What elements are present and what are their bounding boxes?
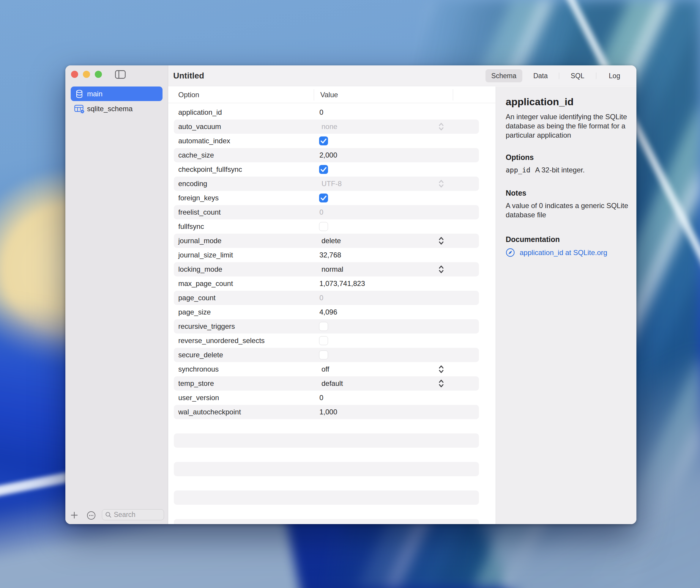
value-text[interactable]: 32,768 xyxy=(319,248,341,262)
tab-sql[interactable]: SQL xyxy=(559,69,596,82)
option-label: wal_autocheckpoint xyxy=(178,405,241,419)
notes-heading: Notes xyxy=(506,188,629,197)
option-label: page_count xyxy=(178,291,215,305)
documentation-link[interactable]: application_id at SQLite.org xyxy=(520,248,607,257)
inspector-description: An integer value identifying the SQLite … xyxy=(506,112,629,140)
documentation-heading: Documentation xyxy=(506,235,629,244)
stepper-icon[interactable] xyxy=(438,365,444,374)
option-definition: A 32-bit integer. xyxy=(535,166,585,174)
option-label: secure_delete xyxy=(178,348,223,362)
sidebar-item-label: sqlite_schema xyxy=(87,105,133,113)
column-divider xyxy=(453,89,453,100)
table-gear-icon xyxy=(74,104,84,113)
value-select[interactable]: normal xyxy=(321,262,343,276)
toolbar: Untitled SchemaDataSQLLog xyxy=(168,65,636,86)
value-select[interactable]: off xyxy=(321,362,329,376)
search-icon xyxy=(105,512,112,518)
search-input[interactable]: Search xyxy=(102,509,164,520)
value-text[interactable]: 4,096 xyxy=(319,305,337,319)
value-select[interactable]: delete xyxy=(321,234,341,248)
tab-data[interactable]: Data xyxy=(522,69,559,82)
documentation-link-row: application_id at SQLite.org xyxy=(506,248,629,257)
table-row-empty xyxy=(174,505,479,519)
zoom-button[interactable] xyxy=(95,71,102,78)
option-label: application_id xyxy=(178,105,222,119)
option-label: freelist_count xyxy=(178,205,221,219)
table-row-cache_size: cache_size2,000 xyxy=(174,148,479,162)
sidebar-bottom-bar: Search xyxy=(65,505,168,524)
table-row-foreign_keys: foreign_keys xyxy=(174,191,479,205)
option-label: cache_size xyxy=(178,148,214,162)
option-label: journal_size_limit xyxy=(178,248,233,262)
safari-compass-icon xyxy=(506,248,515,257)
table-row-freelist_count: freelist_count0 xyxy=(174,205,479,219)
option-label: journal_mode xyxy=(178,234,221,248)
table-row-page_size: page_size4,096 xyxy=(174,305,479,319)
value-text[interactable]: 0 xyxy=(319,391,323,405)
view-tabs: SchemaDataSQLLog xyxy=(485,69,633,82)
option-label: fullfsync xyxy=(178,219,204,234)
sidebar-item-label: main xyxy=(87,90,103,98)
stepper-icon xyxy=(438,122,444,131)
table-row-empty xyxy=(174,419,479,434)
value-text[interactable]: 2,000 xyxy=(319,148,337,162)
table-row-empty xyxy=(174,462,479,476)
table-row-wal_autocheckpoint: wal_autocheckpoint1,000 xyxy=(174,405,479,419)
database-icon xyxy=(74,89,84,98)
sidebar-list: main sqlite_schema xyxy=(65,86,168,116)
checkbox-checked[interactable] xyxy=(319,193,328,202)
search-placeholder: Search xyxy=(114,511,135,519)
option-label: foreign_keys xyxy=(178,191,219,205)
stepper-icon[interactable] xyxy=(438,236,444,245)
option-label: automatic_index xyxy=(178,134,230,148)
table-row-journal_mode: journal_modedelete xyxy=(174,234,479,248)
table-row-empty xyxy=(174,434,479,448)
inspector-panel: application_id An integer value identify… xyxy=(496,86,636,524)
window-title: Untitled xyxy=(173,65,204,86)
stepper-icon[interactable] xyxy=(438,264,444,274)
option-definition-row: app_idA 32-bit integer. xyxy=(506,165,629,175)
checkbox-unchecked[interactable] xyxy=(319,322,328,331)
table-row-empty xyxy=(174,476,479,491)
table-row-user_version: user_version0 xyxy=(174,391,479,405)
table-row-recursive_triggers: recursive_triggers xyxy=(174,319,479,334)
option-label: locking_mode xyxy=(178,262,222,276)
minimize-button[interactable] xyxy=(83,71,90,78)
sidebar-item-main[interactable]: main xyxy=(71,86,163,101)
value-text[interactable]: 0 xyxy=(319,105,323,119)
table-row-auto_vacuum: auto_vacuumnone xyxy=(174,119,479,134)
column-divider xyxy=(314,89,314,100)
value-select: none xyxy=(321,119,337,134)
table-row-synchronous: synchronousoff xyxy=(174,362,479,376)
options-heading: Options xyxy=(506,153,629,162)
app-window: main sqlite_schema xyxy=(65,65,636,524)
checkbox-unchecked[interactable] xyxy=(319,336,328,345)
tab-schema[interactable]: Schema xyxy=(485,69,522,82)
close-button[interactable] xyxy=(71,71,78,78)
checkbox-checked[interactable] xyxy=(319,136,328,145)
table-row-secure_delete: secure_delete xyxy=(174,348,479,362)
table-row-empty xyxy=(174,448,479,462)
sidebar-item-sqlite_schema[interactable]: sqlite_schema xyxy=(71,101,163,116)
column-header-option[interactable]: Option xyxy=(178,86,199,103)
option-label: checkpoint_fullfsync xyxy=(178,162,242,176)
column-header-value[interactable]: Value xyxy=(320,86,338,103)
tab-log[interactable]: Log xyxy=(596,69,633,82)
more-options-button[interactable] xyxy=(87,511,96,520)
add-button[interactable] xyxy=(70,511,78,519)
sidebar-toggle-button[interactable] xyxy=(115,70,126,79)
option-label: page_size xyxy=(178,305,211,319)
table-row-empty xyxy=(174,491,479,505)
table-row-automatic_index: automatic_index xyxy=(174,134,479,148)
checkbox-checked[interactable] xyxy=(319,165,328,174)
option-label: encoding xyxy=(178,176,207,191)
value-select[interactable]: default xyxy=(321,376,343,391)
value-text[interactable]: 1,000 xyxy=(319,405,337,419)
table-header: Option Value xyxy=(168,86,495,103)
checkbox-unchecked[interactable] xyxy=(319,222,328,231)
value-text[interactable]: 1,073,741,823 xyxy=(319,276,365,291)
table-row-reverse_unordered_selects: reverse_unordered_selects xyxy=(174,334,479,348)
window-controls xyxy=(65,65,168,83)
checkbox-unchecked[interactable] xyxy=(319,351,328,360)
stepper-icon[interactable] xyxy=(438,379,444,388)
